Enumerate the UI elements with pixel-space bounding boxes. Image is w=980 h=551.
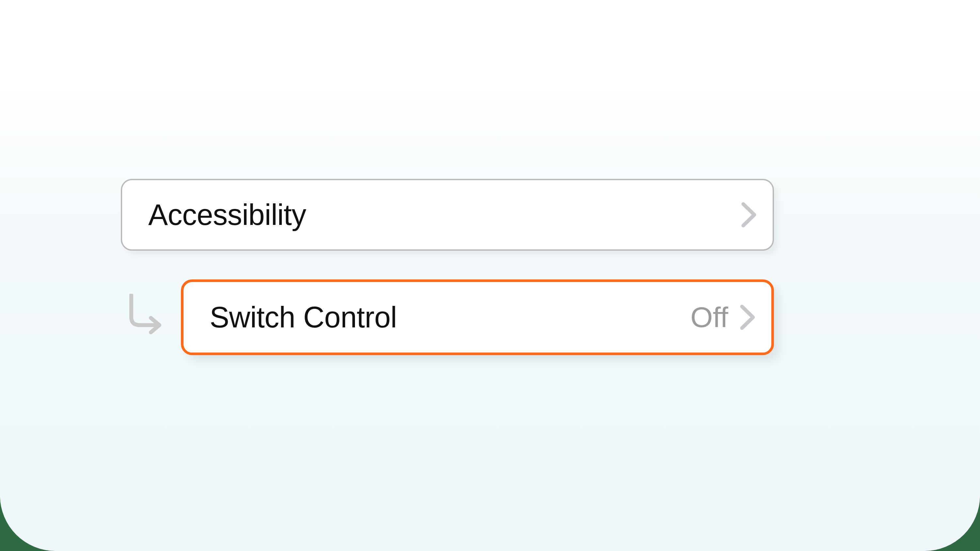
indent-arrow-icon xyxy=(126,294,171,338)
settings-rows: Accessibility Switch Control xyxy=(121,179,774,355)
settings-row-accessibility[interactable]: Accessibility xyxy=(121,179,774,251)
row-value: Off xyxy=(690,301,728,334)
row-label: Accessibility xyxy=(148,198,306,232)
chevron-right-icon xyxy=(741,202,756,227)
chevron-right-icon xyxy=(740,305,755,330)
row-right-group: Off xyxy=(690,301,755,334)
settings-row-switch-control[interactable]: Switch Control Off xyxy=(181,279,774,355)
child-row-line: Switch Control Off xyxy=(121,279,774,355)
row-label: Switch Control xyxy=(210,301,397,334)
settings-card: Accessibility Switch Control xyxy=(0,0,980,551)
